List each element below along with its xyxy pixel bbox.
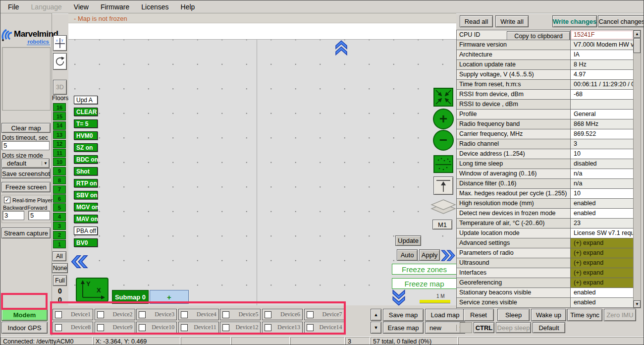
floor-button-6[interactable]: 6 bbox=[53, 194, 66, 203]
property-value[interactable]: IA bbox=[571, 50, 633, 59]
submap-0-tab[interactable]: Submap 0 bbox=[112, 290, 149, 304]
property-value[interactable]: 868 MHz bbox=[571, 119, 633, 129]
time-sync-button[interactable]: Time sync bbox=[567, 309, 602, 321]
properties-scrollbar[interactable]: ▲ ▼ bbox=[633, 30, 641, 308]
map-toggle-mgv-on[interactable]: MGV on bbox=[74, 203, 98, 211]
scrollbar-thumb[interactable] bbox=[634, 38, 641, 53]
device-cell-device10[interactable]: Device10 bbox=[136, 322, 177, 333]
floors-all-button[interactable]: All bbox=[53, 251, 66, 261]
device-cell-device9[interactable]: Device9 bbox=[95, 322, 135, 333]
update-button[interactable]: Update bbox=[395, 235, 421, 246]
zero-imu-button[interactable]: Zero IMU bbox=[604, 309, 636, 321]
fit-to-screen-icon[interactable] bbox=[433, 88, 453, 107]
axes-crosshair-tool-button[interactable]: x y bbox=[53, 35, 67, 51]
floor-button-2[interactable]: 2 bbox=[53, 231, 66, 239]
map-toggle-rtp-on[interactable]: RTP on bbox=[74, 179, 98, 187]
property-value[interactable] bbox=[571, 100, 633, 109]
device-cell-device3[interactable]: Device3 bbox=[136, 309, 177, 320]
menu-firmware[interactable]: Firmware bbox=[96, 1, 134, 12]
device-cell-device8[interactable]: Device8 bbox=[53, 322, 93, 333]
device-checkbox[interactable] bbox=[55, 311, 62, 318]
device-checkbox[interactable] bbox=[265, 311, 271, 318]
map-toggle-pba-off[interactable]: PBA off bbox=[74, 227, 98, 235]
property-value[interactable]: n/a bbox=[571, 169, 633, 178]
map-toggle-shot[interactable]: Shot bbox=[74, 167, 98, 175]
floor-button-4[interactable]: 4 bbox=[53, 213, 66, 221]
floor-button-13[interactable]: 13 bbox=[53, 130, 66, 139]
map-toggle-clear[interactable]: CLEAR bbox=[74, 108, 98, 116]
property-expand-cell[interactable]: (+) expand bbox=[571, 248, 633, 258]
load-map-button[interactable]: Load map bbox=[425, 309, 465, 321]
device-checkbox[interactable] bbox=[265, 324, 271, 331]
scroll-down-icon[interactable]: ▼ bbox=[634, 300, 641, 308]
save-screenshot-button[interactable]: Save screenshot bbox=[1, 169, 51, 178]
write-all-button[interactable]: Write all bbox=[495, 15, 529, 27]
map-toggle-bv0[interactable]: BV0 bbox=[74, 238, 98, 247]
device-cell-device14[interactable]: Device14 bbox=[304, 322, 345, 333]
dots-size-select[interactable]: default ▼ bbox=[1, 159, 50, 168]
floor-button-7[interactable]: 7 bbox=[53, 185, 66, 194]
property-value[interactable]: 4.97 bbox=[571, 70, 633, 79]
freeze-screen-button[interactable]: Freeze screen bbox=[1, 182, 51, 192]
menu-file[interactable]: File bbox=[3, 1, 24, 12]
floor-button-15[interactable]: 15 bbox=[53, 112, 66, 120]
pan-right-icon[interactable] bbox=[440, 249, 455, 262]
add-submap-tab[interactable]: + bbox=[150, 290, 189, 304]
property-value[interactable]: 00:06:11 / 11:29:20 / 0 bbox=[571, 80, 633, 89]
clear-map-button[interactable]: Clear map bbox=[1, 123, 51, 133]
write-changes-button[interactable]: Write changes bbox=[552, 15, 597, 27]
property-value[interactable]: 10 bbox=[571, 189, 633, 198]
device-page-down-button[interactable]: ▼ bbox=[371, 322, 381, 334]
property-value[interactable]: V7.000i Modem HW v5 bbox=[571, 40, 633, 50]
device-checkbox[interactable] bbox=[307, 311, 314, 318]
property-value[interactable]: enabled bbox=[571, 199, 633, 208]
scroll-up-icon[interactable]: ▲ bbox=[634, 30, 641, 38]
map-toggle-upd-a[interactable]: Upd A bbox=[74, 96, 98, 104]
property-value[interactable]: enabled bbox=[571, 288, 633, 297]
sleep-button[interactable]: Sleep bbox=[497, 309, 530, 321]
property-value[interactable]: License SW v7.1 requir bbox=[571, 229, 633, 238]
map-select-dropdown[interactable]: new ▼ bbox=[425, 322, 465, 334]
property-value[interactable]: n/a bbox=[571, 179, 633, 188]
device-cell-device4[interactable]: Device4 bbox=[178, 309, 219, 320]
property-value[interactable]: 3 bbox=[571, 139, 633, 149]
device-cell-device13[interactable]: Device13 bbox=[262, 322, 303, 333]
property-expand-cell[interactable]: (+) expand bbox=[571, 268, 633, 278]
copy-to-clipboard-button[interactable]: Copy to clipboard bbox=[507, 31, 570, 40]
m1-button[interactable]: M1 bbox=[432, 220, 452, 230]
device-cell-device11[interactable]: Device11 bbox=[178, 322, 219, 333]
map-toggle-bdc-on[interactable]: BDC on bbox=[74, 155, 98, 164]
chevron-down-icon[interactable]: ▼ bbox=[42, 161, 49, 166]
device-cell-device12[interactable]: Device12 bbox=[220, 322, 261, 333]
dots-timeout-input[interactable]: 5 bbox=[1, 141, 50, 150]
floors-none-button[interactable]: None bbox=[52, 263, 68, 273]
menu-language[interactable]: Language bbox=[27, 1, 66, 12]
pan-up-icon[interactable] bbox=[334, 40, 348, 56]
device-cell-device5[interactable]: Device5 bbox=[220, 309, 261, 320]
device-checkbox[interactable] bbox=[55, 324, 62, 331]
floor-button-12[interactable]: 12 bbox=[53, 140, 66, 148]
device-cell-device6[interactable]: Device6 bbox=[262, 309, 303, 320]
apply-button[interactable]: Apply bbox=[419, 249, 440, 261]
default-button[interactable]: Default bbox=[533, 322, 565, 333]
property-value[interactable]: 869.522 bbox=[571, 129, 633, 139]
property-value[interactable]: 8 Hz bbox=[571, 60, 633, 69]
property-expand-cell[interactable]: (+) expand bbox=[571, 258, 633, 268]
floor-button-8[interactable]: 8 bbox=[53, 176, 66, 184]
zoom-in-icon[interactable]: + bbox=[433, 109, 454, 129]
move-to-top-icon[interactable] bbox=[433, 176, 453, 195]
map-toggle-hvm0[interactable]: HVM0 bbox=[74, 131, 98, 140]
property-expand-cell[interactable]: (+) expand bbox=[571, 238, 633, 248]
property-value[interactable]: 15241F bbox=[571, 30, 633, 40]
cancel-changes-button[interactable]: Cancel changes bbox=[598, 15, 644, 27]
realtime-player-checkbox[interactable]: ✓ bbox=[4, 197, 10, 203]
map-toggle-sz-on[interactable]: SZ on bbox=[74, 143, 98, 152]
menu-licenses[interactable]: Licenses bbox=[137, 1, 173, 12]
floor-button-16[interactable]: 16 bbox=[53, 103, 66, 112]
property-value[interactable]: 10 bbox=[571, 149, 633, 159]
device-checkbox[interactable] bbox=[139, 324, 146, 331]
floor-button-9[interactable]: 9 bbox=[53, 167, 66, 175]
erase-map-button[interactable]: Erase map bbox=[383, 322, 424, 334]
forward-input[interactable]: 5 bbox=[28, 211, 50, 220]
auto-button[interactable]: Auto bbox=[397, 249, 418, 261]
